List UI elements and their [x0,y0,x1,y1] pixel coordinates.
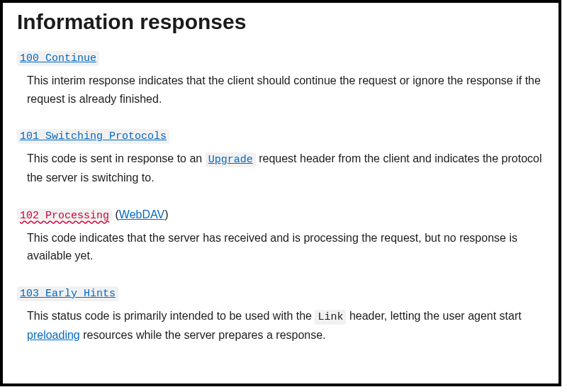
status-term: 101 Switching Protocols [17,129,544,142]
inline-code: Link [315,310,346,325]
desc-text: This code is sent in response to an [27,152,206,164]
document-frame: Information responses 100 Continue This … [0,0,561,386]
status-term: 103 Early Hints [17,286,544,300]
inline-code-link[interactable]: Upgrade [206,152,256,167]
status-term: 100 Continue [17,51,544,65]
status-description: This code is sent in response to an Upgr… [27,150,544,187]
section-heading: Information responses [17,10,544,34]
desc-text: This interim response indicates that the… [27,74,541,105]
paren-close: ) [164,208,168,220]
preloading-link[interactable]: preloading [27,329,80,341]
status-code-link[interactable]: 100 Continue [17,51,99,66]
desc-text: resources while the server prepares a re… [80,329,326,341]
status-term: 102 Processing (WebDAV) [17,208,544,222]
definition-list: 100 Continue This interim response indic… [17,51,544,345]
webdav-link[interactable]: WebDAV [119,208,164,220]
desc-text: This code indicates that the server has … [27,232,517,262]
status-code-link[interactable]: 103 Early Hints [17,286,118,301]
status-code-link[interactable]: 101 Switching Protocols [17,129,169,144]
desc-text: This status code is primarily intended t… [27,310,315,322]
status-code-deprecated: 102 Processing [17,208,112,222]
status-description: This interim response indicates that the… [27,72,544,108]
status-description: This code indicates that the server has … [27,229,544,265]
status-description: This status code is primarily intended t… [27,307,544,345]
desc-text: header, letting the user agent start [346,310,521,322]
